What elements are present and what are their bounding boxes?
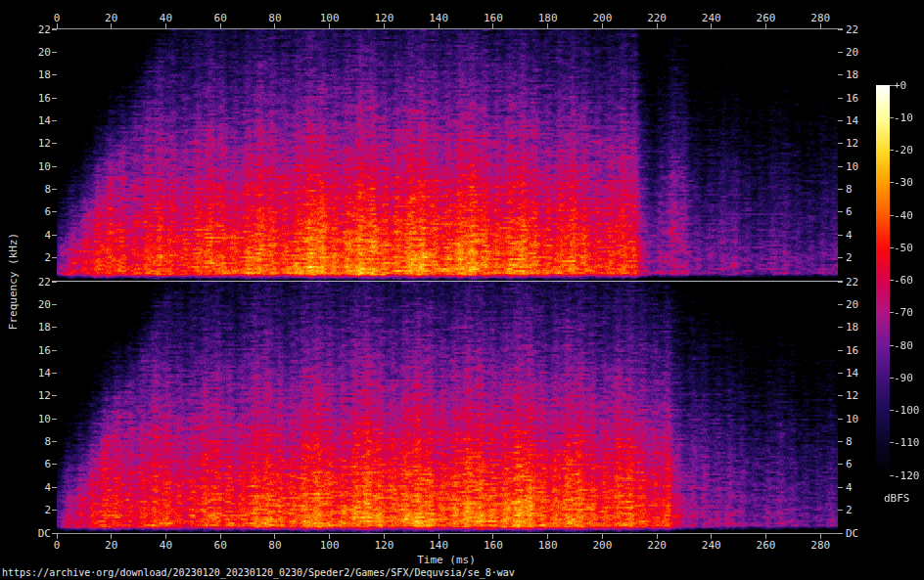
freq-tick-label: 14 — [846, 114, 858, 127]
freq-tick-label: 2 — [19, 251, 51, 264]
colorbar-tick-label: -110 — [894, 436, 920, 449]
time-tick-label: 100 — [320, 12, 340, 24]
time-tick-label: 280 — [810, 539, 830, 552]
freq-tick-label: 22 — [19, 276, 51, 289]
freq-tick-mark — [838, 419, 843, 420]
freq-tick-label: 10 — [19, 160, 51, 173]
freq-tick-mark — [838, 98, 843, 99]
time-tick-label: 220 — [647, 12, 667, 24]
spectrogram-channel-1 — [57, 29, 838, 281]
freq-tick-mark — [52, 98, 57, 99]
freq-tick-mark — [838, 510, 843, 511]
freq-tick-label: 4 — [846, 229, 853, 242]
freq-tick-label: 10 — [846, 413, 858, 425]
time-tick-label: 260 — [757, 12, 776, 24]
time-tick-label: 0 — [54, 12, 61, 24]
time-tick-label: 60 — [214, 539, 227, 552]
freq-tick-mark — [52, 373, 57, 374]
freq-tick-label: 20 — [19, 298, 51, 311]
freq-tick-label: 4 — [19, 229, 51, 242]
freq-tick-mark — [52, 143, 57, 144]
freq-tick-mark — [52, 395, 57, 396]
freq-tick-label: 6 — [19, 458, 51, 470]
freq-tick-mark — [838, 52, 843, 53]
time-tick-label: 140 — [429, 12, 448, 24]
freq-tick-label: 4 — [846, 481, 853, 494]
freq-tick-label: 12 — [846, 137, 858, 150]
freq-tick-label: DC — [19, 527, 51, 540]
freq-tick-label: 8 — [846, 435, 853, 448]
time-tick-label: 140 — [429, 539, 448, 552]
freq-tick-mark — [52, 304, 57, 305]
time-tick-label: 200 — [592, 539, 612, 552]
time-tick-label: 40 — [160, 12, 172, 24]
time-tick-label: 100 — [320, 539, 340, 552]
time-tick-label: 60 — [214, 12, 227, 24]
freq-tick-mark — [52, 510, 57, 511]
freq-tick-mark — [52, 29, 57, 30]
colorbar-tick-label: -60 — [894, 274, 913, 287]
freq-tick-mark — [52, 441, 57, 442]
freq-tick-label: 10 — [846, 160, 858, 173]
freq-tick-label: 16 — [846, 92, 858, 105]
freq-tick-label: 22 — [846, 276, 858, 289]
freq-tick-mark — [838, 29, 843, 30]
freq-tick-label: 14 — [19, 114, 51, 127]
freq-tick-mark — [52, 327, 57, 328]
freq-tick-label: 8 — [19, 183, 51, 196]
colorbar-unit-label: dBFS — [884, 492, 910, 505]
time-tick-label: 200 — [592, 12, 612, 24]
freq-tick-label: 8 — [846, 183, 853, 196]
time-tick-label: 40 — [160, 539, 172, 552]
freq-tick-mark — [52, 257, 57, 258]
freq-tick-label: 4 — [19, 481, 51, 494]
freq-tick-mark — [52, 166, 57, 167]
freq-tick-label: 2 — [846, 251, 853, 264]
colorbar-tick-label: -80 — [894, 339, 913, 352]
colorbar-tick-label: +0 — [894, 79, 906, 92]
freq-tick-label: 12 — [19, 389, 51, 402]
colorbar — [876, 85, 890, 475]
time-axis-title: Time (ms) — [56, 554, 837, 566]
freq-tick-mark — [838, 464, 843, 465]
freq-tick-label: 22 — [846, 23, 858, 36]
bottom-axis-line — [52, 533, 843, 534]
freq-tick-mark — [52, 189, 57, 190]
freq-tick-mark — [838, 211, 843, 212]
freq-tick-mark — [838, 395, 843, 396]
source-url: https://archive·org/download/20230120_20… — [2, 567, 515, 578]
freq-tick-label: 2 — [19, 504, 51, 516]
time-tick-label: 220 — [647, 539, 667, 552]
freq-tick-mark — [838, 166, 843, 167]
freq-tick-label: 2 — [846, 504, 853, 516]
freq-tick-label: 18 — [19, 68, 51, 81]
time-tick-label: 20 — [105, 12, 117, 24]
time-tick-label: 120 — [374, 539, 393, 552]
time-tick-label: 80 — [268, 539, 281, 552]
freq-tick-label: 16 — [19, 92, 51, 105]
freq-tick-mark — [52, 487, 57, 488]
freq-tick-label: 18 — [846, 321, 858, 334]
freq-tick-mark — [52, 120, 57, 121]
freq-tick-mark — [838, 373, 843, 374]
freq-tick-label: 12 — [846, 389, 858, 402]
colorbar-tick-label: -70 — [894, 306, 913, 319]
freq-tick-mark — [838, 487, 843, 488]
freq-tick-label: 12 — [19, 137, 51, 150]
colorbar-tick-label: -120 — [894, 469, 920, 482]
freq-tick-mark — [838, 143, 843, 144]
time-tick-label: 120 — [374, 12, 393, 24]
freq-tick-label: 16 — [19, 344, 51, 357]
freq-tick-mark — [838, 533, 843, 534]
freq-tick-label: 14 — [846, 367, 858, 379]
time-tick-label: 180 — [538, 539, 558, 552]
time-tick-label: 20 — [105, 539, 117, 552]
freq-tick-label: 6 — [19, 205, 51, 218]
time-tick-label: 0 — [54, 539, 61, 552]
colorbar-tick-label: -30 — [894, 176, 913, 189]
spectrogram-channel-2 — [57, 282, 838, 533]
freq-tick-label: 16 — [846, 344, 858, 357]
freq-tick-label: 10 — [19, 413, 51, 425]
time-tick-label: 260 — [757, 539, 776, 552]
freq-tick-label: 22 — [19, 23, 51, 36]
